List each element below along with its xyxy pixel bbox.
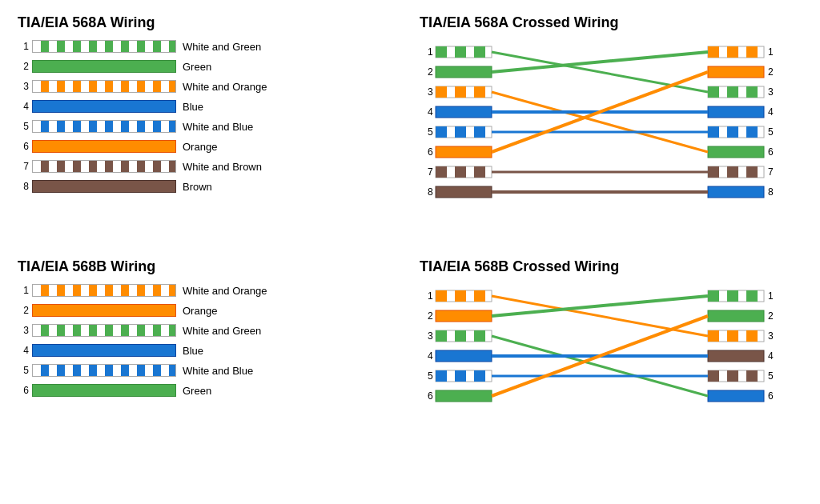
svg-rect-98: [727, 330, 738, 342]
svg-text:3: 3: [768, 330, 774, 342]
568b-wire-row-5: 5 White and Blue: [18, 362, 400, 379]
svg-rect-85: [436, 350, 492, 362]
568b-wire-row-6: 6 Green: [18, 382, 400, 399]
svg-text:7: 7: [428, 166, 433, 178]
568b-wire-num-6: 6: [18, 385, 29, 396]
svg-text:1: 1: [428, 46, 433, 58]
svg-rect-24: [474, 86, 485, 98]
svg-line-57: [492, 52, 708, 72]
svg-line-108: [492, 336, 708, 396]
wire-row-1: 1 White and Green: [18, 38, 400, 55]
svg-text:1: 1: [768, 290, 774, 302]
568b-wire-label-5: White and Blue: [183, 365, 253, 377]
svg-rect-39: [746, 46, 758, 58]
svg-text:1: 1: [428, 290, 433, 302]
svg-rect-95: [708, 310, 764, 322]
svg-rect-19: [474, 46, 485, 58]
svg-text:6: 6: [428, 390, 433, 402]
svg-rect-29: [474, 126, 485, 138]
svg-rect-32: [436, 166, 447, 178]
svg-rect-47: [708, 126, 719, 138]
svg-text:6: 6: [768, 390, 774, 402]
wire-num-4: 4: [18, 101, 29, 112]
wire-row-6: 6 Orange: [18, 138, 400, 155]
568b-wire-row-4: 4 Blue: [18, 342, 400, 359]
wire-row-4: 4 Blue: [18, 98, 400, 115]
568b-wiring-section: TIA/EIA 568B Wiring 1 White and Orange 2…: [8, 252, 410, 496]
568a-crossed-title: TIA/EIA 568A Crossed Wiring: [420, 14, 802, 31]
svg-rect-55: [708, 186, 764, 198]
svg-text:1: 1: [768, 46, 774, 58]
wire-bar-8: [32, 180, 176, 193]
svg-rect-18: [455, 46, 466, 58]
svg-rect-80: [436, 310, 492, 322]
svg-rect-43: [727, 86, 738, 98]
wire-num-8: 8: [18, 181, 29, 192]
wire-row-8: 8 Brown: [18, 178, 400, 195]
svg-line-107: [492, 296, 708, 316]
wire-label-5: White and Blue: [183, 121, 253, 133]
svg-rect-23: [455, 86, 466, 98]
svg-text:4: 4: [768, 106, 774, 118]
wire-label-2: Green: [183, 61, 211, 73]
wire-row-3: 3 White and Orange: [18, 78, 400, 95]
svg-rect-87: [436, 370, 447, 382]
568b-wire-bar-2: [32, 304, 176, 317]
svg-rect-50: [708, 146, 764, 158]
svg-rect-22: [436, 86, 447, 98]
svg-rect-104: [746, 370, 758, 382]
svg-rect-38: [727, 46, 738, 58]
svg-text:4: 4: [428, 350, 433, 362]
568a-wiring-title: TIA/EIA 568A Wiring: [18, 14, 400, 31]
svg-rect-88: [455, 370, 466, 382]
568b-wire-bar-4: [32, 344, 176, 357]
svg-rect-25: [436, 106, 492, 118]
svg-rect-20: [436, 66, 492, 78]
svg-rect-45: [708, 106, 764, 118]
svg-text:4: 4: [768, 350, 774, 362]
svg-rect-89: [474, 370, 485, 382]
svg-text:3: 3: [428, 330, 433, 342]
wire-bar-2: [32, 60, 176, 73]
svg-rect-105: [708, 390, 764, 402]
svg-rect-82: [436, 330, 447, 342]
svg-text:2: 2: [768, 310, 774, 322]
svg-text:8: 8: [768, 186, 774, 198]
page: TIA/EIA 568A Wiring 1 White and Green 2 …: [0, 0, 820, 504]
wire-num-6: 6: [18, 141, 29, 152]
svg-rect-84: [474, 330, 485, 342]
568b-wire-bar-6: [32, 384, 176, 397]
svg-rect-48: [727, 126, 738, 138]
svg-text:5: 5: [768, 370, 774, 382]
568a-wire-list: 1 White and Green 2 Green 3 White and Or…: [18, 38, 400, 195]
568b-wire-num-2: 2: [18, 305, 29, 316]
svg-rect-102: [708, 370, 719, 382]
568b-wire-num-4: 4: [18, 345, 29, 356]
wire-bar-1: [32, 40, 176, 53]
svg-text:2: 2: [428, 310, 433, 322]
wire-bar-5: [32, 120, 176, 133]
wire-label-8: Brown: [183, 181, 212, 193]
svg-rect-103: [727, 370, 738, 382]
wire-bar-7: [32, 160, 176, 173]
568b-wire-bar-3: [32, 324, 176, 337]
svg-text:3: 3: [768, 86, 774, 98]
svg-rect-33: [455, 166, 466, 178]
568b-wire-num-1: 1: [18, 285, 29, 296]
568a-crossed-section: TIA/EIA 568A Crossed Wiring 1 2 3 4 5 6 …: [410, 8, 812, 252]
568b-crossed-title: TIA/EIA 568B Crossed Wiring: [420, 258, 802, 275]
wire-label-3: White and Orange: [183, 81, 267, 93]
svg-rect-17: [436, 46, 447, 58]
svg-line-106: [492, 296, 708, 336]
wire-row-2: 2 Green: [18, 58, 400, 75]
568b-wire-label-2: Orange: [183, 305, 217, 317]
svg-rect-99: [746, 330, 758, 342]
wire-label-1: White and Green: [183, 41, 261, 53]
svg-text:5: 5: [428, 126, 433, 138]
568b-wire-bar-5: [32, 364, 176, 377]
wire-num-1: 1: [18, 41, 29, 52]
svg-line-56: [492, 52, 708, 92]
wire-label-7: White and Brown: [183, 161, 262, 173]
568b-wire-num-3: 3: [18, 325, 29, 336]
svg-rect-97: [708, 330, 719, 342]
